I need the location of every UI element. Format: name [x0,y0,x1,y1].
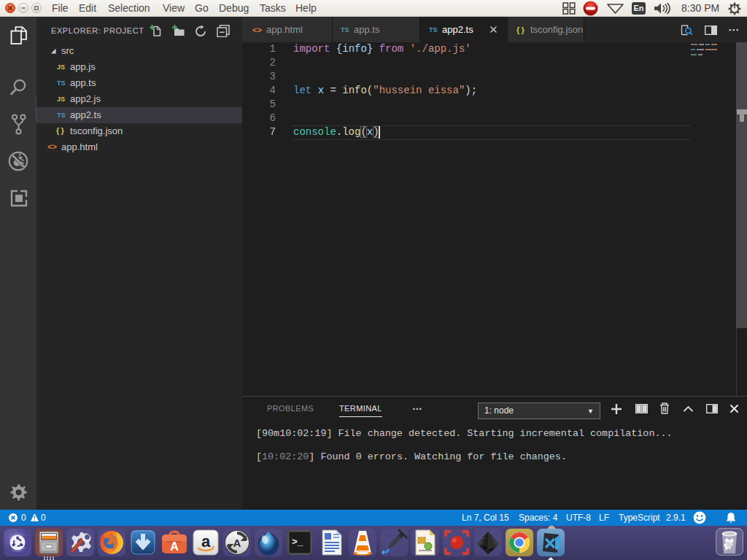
svg-text:a: a [201,532,211,551]
svg-text:>_: >_ [292,537,303,548]
svg-text:A: A [170,540,179,553]
svg-text:A: A [233,537,241,549]
